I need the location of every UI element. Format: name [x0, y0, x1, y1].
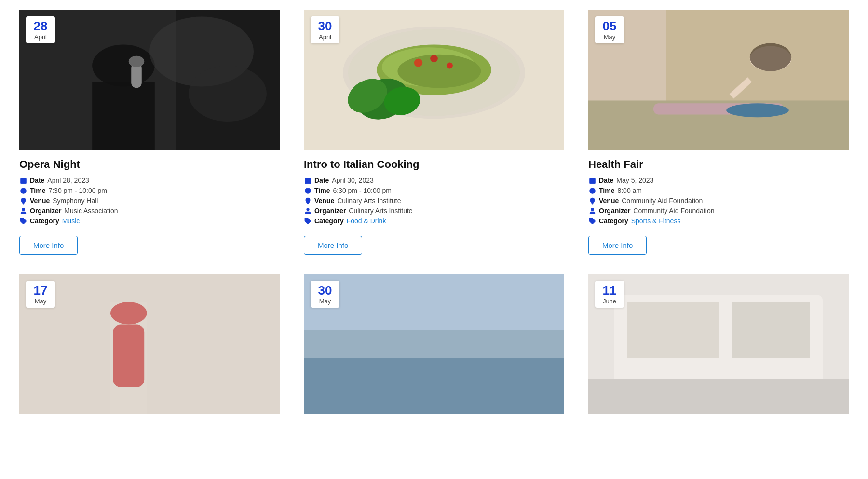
- meta-date: Date April 30, 2023: [304, 177, 564, 184]
- event-card-event-5: 30 May: [304, 274, 564, 423]
- svg-rect-65: [732, 302, 810, 358]
- date-day: 17: [32, 284, 49, 298]
- meta-date: Date April 28, 2023: [19, 177, 280, 184]
- date-label: Date: [599, 177, 613, 184]
- date-month: June: [601, 298, 618, 305]
- date-month: May: [32, 298, 49, 305]
- pin-icon: [588, 197, 596, 205]
- event-image-wrapper: 17 May: [19, 274, 280, 414]
- organizer-label: Organizer: [599, 207, 630, 215]
- meta-venue: Venue Community Aid Foundation: [588, 197, 849, 205]
- pin-icon: [19, 197, 27, 205]
- meta-category: Category Music: [19, 217, 280, 225]
- date-day: 11: [601, 284, 618, 298]
- venue-value: Symphony Hall: [53, 197, 98, 205]
- event-title: Opera Night: [19, 158, 280, 171]
- date-value: April 30, 2023: [332, 177, 373, 184]
- category-link[interactable]: Food & Drink: [347, 217, 386, 225]
- svg-rect-3: [92, 82, 155, 150]
- date-badge: 05 May: [595, 16, 624, 43]
- svg-rect-64: [627, 302, 719, 358]
- date-month: April: [316, 33, 334, 41]
- svg-rect-44: [589, 178, 595, 183]
- svg-rect-59: [304, 330, 564, 358]
- venue-label: Venue: [30, 197, 50, 205]
- date-badge: 11 June: [595, 281, 624, 308]
- date-label: Date: [30, 177, 44, 184]
- svg-point-5: [129, 56, 144, 67]
- date-day: 30: [316, 284, 334, 298]
- events-grid: 28 April Opera Night Date April 28, 2023…: [19, 10, 849, 423]
- time-label: Time: [30, 187, 45, 194]
- event-title: Health Fair: [588, 158, 849, 171]
- time-label: Time: [599, 187, 614, 194]
- event-meta: Date May 5, 2023 Time 8:00 am Venue Comm…: [588, 177, 849, 227]
- svg-rect-66: [588, 379, 849, 414]
- svg-point-21: [397, 55, 481, 88]
- tag-icon: [19, 217, 27, 225]
- svg-point-24: [430, 55, 438, 63]
- svg-point-13: [22, 199, 24, 201]
- svg-point-49: [591, 199, 593, 201]
- organizer-label: Organizer: [30, 207, 61, 215]
- time-label: Time: [314, 187, 330, 194]
- event-card-event-4: 17 May: [19, 274, 280, 423]
- clock-icon: [588, 187, 596, 194]
- svg-point-23: [447, 62, 453, 68]
- meta-venue: Venue Culinary Arts Institute: [304, 197, 564, 205]
- meta-category: Category Sports & Fitness: [588, 217, 849, 225]
- svg-point-43: [726, 103, 789, 117]
- meta-date: Date May 5, 2023: [588, 177, 849, 184]
- calendar-icon: [588, 177, 596, 184]
- category-label: Category: [30, 217, 59, 225]
- person-icon: [19, 207, 27, 215]
- meta-venue: Venue Symphony Hall: [19, 197, 280, 205]
- date-value: May 5, 2023: [616, 177, 653, 184]
- date-day: 30: [316, 19, 334, 33]
- event-card-health-fair: 05 May Health Fair Date May 5, 2023 Time…: [588, 10, 849, 255]
- date-day: 28: [32, 19, 49, 33]
- svg-point-50: [591, 208, 594, 210]
- event-image-wrapper: 30 May: [304, 274, 564, 414]
- date-month: May: [316, 298, 334, 305]
- date-month: May: [601, 33, 618, 41]
- time-value: 7:30 pm - 10:00 pm: [48, 187, 107, 194]
- pin-icon: [304, 197, 312, 205]
- more-info-button[interactable]: More Info: [304, 236, 362, 255]
- svg-point-7: [189, 66, 267, 122]
- calendar-icon: [304, 177, 312, 184]
- category-link[interactable]: Sports & Fitness: [631, 217, 681, 225]
- event-meta: Date April 28, 2023 Time 7:30 pm - 10:00…: [19, 177, 280, 227]
- person-icon: [588, 207, 596, 215]
- more-info-button[interactable]: More Info: [588, 236, 647, 255]
- meta-category: Category Food & Drink: [304, 217, 564, 225]
- event-meta: Date April 30, 2023 Time 6:30 pm - 10:00…: [304, 177, 564, 227]
- event-card-opera-night: 28 April Opera Night Date April 28, 2023…: [19, 10, 280, 255]
- venue-label: Venue: [599, 197, 619, 205]
- category-link[interactable]: Music: [62, 217, 80, 225]
- event-image-wrapper: 30 April: [304, 10, 564, 150]
- meta-organizer: Organizer Music Association: [19, 207, 280, 215]
- date-badge: 30 April: [311, 16, 339, 43]
- date-badge: 28 April: [26, 16, 55, 43]
- clock-icon: [19, 187, 27, 194]
- event-image-wrapper: 11 June: [588, 274, 849, 414]
- date-day: 05: [601, 19, 618, 33]
- svg-point-2: [92, 45, 155, 87]
- svg-point-14: [22, 208, 25, 210]
- tag-icon: [304, 217, 312, 225]
- event-card-italian-cooking: 30 April Intro to Italian Cooking Date A…: [304, 10, 564, 255]
- meta-organizer: Organizer Community Aid Foundation: [588, 207, 849, 215]
- event-image-wrapper: 28 April: [19, 10, 280, 150]
- meta-time: Time 6:30 pm - 10:00 pm: [304, 187, 564, 194]
- calendar-icon: [19, 177, 27, 184]
- organizer-value: Culinary Arts Institute: [349, 207, 412, 215]
- venue-value: Community Aid Foundation: [622, 197, 703, 205]
- event-title: Intro to Italian Cooking: [304, 158, 564, 171]
- event-image-wrapper: 05 May: [588, 10, 849, 150]
- svg-point-22: [414, 59, 422, 67]
- more-info-button[interactable]: More Info: [19, 236, 78, 255]
- organizer-label: Organizer: [314, 207, 346, 215]
- person-icon: [304, 207, 312, 215]
- date-badge: 30 May: [311, 281, 339, 308]
